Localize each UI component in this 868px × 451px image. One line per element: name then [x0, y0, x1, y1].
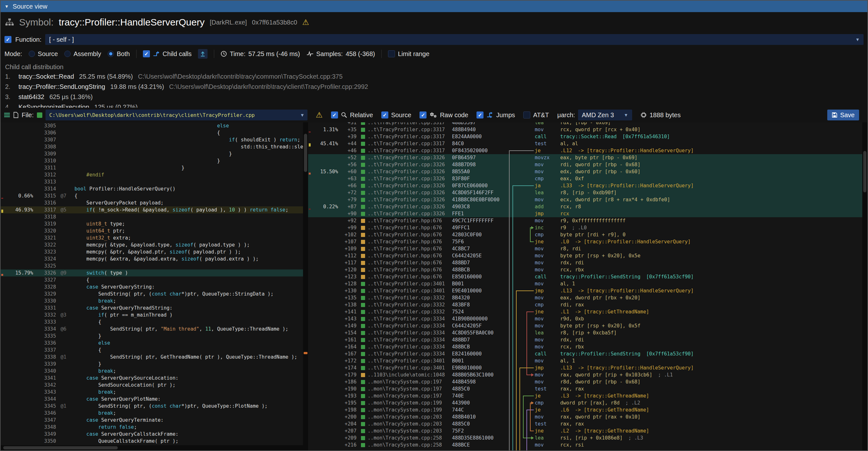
source-line[interactable]: 3340 break;	[1, 367, 303, 374]
source-line[interactable]: 3306 {	[1, 129, 303, 136]
child-call-row[interactable]: 3. stat64i32 625 μs (1.36%)	[5, 92, 863, 102]
asm-row[interactable]: 45.41%+44..t\TracyProfiler.cpp:331784C0t…	[308, 140, 862, 147]
child-call-row[interactable]: 4. KeSynchronizeExecution 125 μs (0.27%)	[5, 102, 863, 108]
asm-row[interactable]: +66..t\TracyProfiler.cpp:33260F87CE06000…	[308, 182, 862, 189]
asm-source-location[interactable]: ..t\TracyProfiler.cpp:3317	[356, 133, 452, 140]
asm-row[interactable]: +190..mon\TracySystem.cpp:1974885C0testr…	[308, 385, 862, 392]
line-number[interactable]: 3336	[33, 339, 56, 347]
source-line[interactable]: 3334@6 SendString( ptr, "Main thread", 1…	[1, 326, 303, 332]
asm-source-location[interactable]: ..t\TracyProfiler.cpp:3401	[356, 364, 452, 371]
line-number[interactable]: 3320	[33, 228, 56, 234]
source-line[interactable]: 3312 #endif	[1, 171, 303, 178]
source-line[interactable]: 3311 }	[1, 164, 303, 171]
uarch-select[interactable]: AMD Zen 3 ▼	[578, 110, 632, 120]
asm-row[interactable]: +179..1103\include\atomic:1048488B05B63C…	[308, 371, 862, 379]
mode-radio-source[interactable]: Source	[29, 50, 58, 58]
line-number[interactable]: 3311	[33, 164, 56, 171]
asm-row[interactable]: +198..mon\TracySystem.cpp:199744Cje.L6->…	[308, 407, 862, 413]
asm-row[interactable]: +200..mon\TracySystem.cpp:203488B4010mov…	[308, 413, 862, 420]
line-number[interactable]: 3335	[33, 332, 56, 339]
line-number[interactable]: 3322	[33, 241, 56, 248]
line-number[interactable]: 3332	[33, 311, 56, 319]
asm-source-location[interactable]: ..t\TracyProfiler.cpp:3401	[356, 357, 452, 364]
asm-source-location[interactable]: ..mon\TracySystem.cpp:197	[356, 385, 452, 392]
source-line[interactable]: 3308 std::this_thread::sleep_for( std::c…	[1, 143, 303, 150]
asm-source-location[interactable]: ..t\TracyProfiler.cpp:3326	[356, 210, 452, 217]
source-line[interactable]: 3345@1 SendString( ptr, (const char*)ptr…	[1, 402, 303, 410]
asm-source-location[interactable]: ..t\TracyProfiler.hpp:676	[356, 252, 452, 259]
asm-row[interactable]: +186..mon\TracySystem.cpp:197448B4598mov…	[308, 379, 862, 385]
asm-source-location[interactable]: ..t\TracyProfiler.cpp:3326	[356, 182, 452, 189]
vscrollbar-thumb[interactable]	[304, 134, 307, 172]
line-number[interactable]: 3338	[33, 354, 56, 361]
hscrollbar-thumb[interactable]	[3, 446, 118, 449]
source-line[interactable]: 3335 }	[1, 332, 303, 339]
source-line[interactable]: 3350 QueueCallstackFrame( ptr );	[1, 438, 303, 445]
line-number[interactable]: 3348	[33, 424, 56, 431]
line-number[interactable]: 3347	[33, 417, 56, 424]
line-number[interactable]: 3340	[33, 367, 56, 374]
source-line[interactable]: 3339 }	[1, 361, 303, 367]
asm-row[interactable]: +161..t\TracyProfiler.cpp:3334488BD7movr…	[308, 336, 862, 343]
line-number[interactable]: 3333	[33, 319, 56, 326]
asm-source-location[interactable]: ..t\TracyProfiler.hpp:676	[356, 245, 452, 252]
asm-source-location[interactable]: ..t\TracyProfiler.cpp:3334	[356, 329, 452, 336]
asm-row[interactable]: +195..mon\TracySystem.cpp:199443900cmpdw…	[308, 399, 862, 407]
source-line[interactable]: 3319 uint8_t type;	[1, 220, 303, 228]
file-select[interactable]: C:\Users\wolf\Desktop\darkrl\contrib\tra…	[45, 110, 308, 120]
source-line[interactable]: 3333 {	[1, 319, 303, 326]
asm-vscrollbar[interactable]	[862, 122, 867, 450]
source-line[interactable]: 3342 SendSourceLocation( ptr );	[1, 382, 303, 389]
line-number[interactable]: 3309	[33, 150, 56, 157]
asm-row[interactable]: +216..mon\TracySystem.cpp:258488BCEmovrc…	[308, 442, 862, 448]
asm-row[interactable]: +164..t\TracyProfiler.cpp:3334488BCBmovr…	[308, 343, 862, 350]
raw-code-checkbox[interactable]: ✓ Raw code	[420, 112, 468, 119]
asm-source-location[interactable]: ..t\TracyProfiler.cpp:3326	[356, 203, 452, 210]
asm-source-location[interactable]: ..t\TracyProfiler.cpp:3334	[356, 315, 452, 322]
source-line[interactable]: 3327 {	[1, 276, 303, 283]
limit-range-checkbox[interactable]: ✓ Limit range	[388, 50, 429, 58]
line-number[interactable]: 3315	[33, 192, 56, 200]
line-number[interactable]: 3305	[33, 122, 56, 129]
line-number[interactable]: 3327	[33, 276, 56, 283]
asm-source-location[interactable]: ..t\TracyProfiler.hpp:676	[356, 259, 452, 266]
line-number[interactable]: 3307	[33, 136, 56, 143]
line-number[interactable]: 3342	[33, 382, 56, 389]
asm-row[interactable]: +130..t\TracyProfiler.cpp:3401E9E4010000…	[308, 287, 862, 294]
asm-row[interactable]: +39..t\TracyProfiler.cpp:3317E824AA0000c…	[308, 133, 862, 140]
asm-source-location[interactable]: ..mon\TracySystem.cpp:258	[356, 442, 452, 448]
asm-row[interactable]: +135..t\TracyProfiler.cpp:33328B4320move…	[308, 294, 862, 301]
titlebar[interactable]: ▼ Source view	[1, 1, 867, 12]
asm-source-location[interactable]: ..t\TracyProfiler.cpp:3317	[356, 122, 452, 126]
source-line[interactable]: 3348 return false;	[1, 424, 303, 431]
asm-source-location[interactable]: ..mon\TracySystem.cpp:197	[356, 379, 452, 385]
function-checkbox[interactable]: ✓	[4, 36, 11, 43]
mode-radio-both[interactable]: Both	[107, 50, 130, 58]
source-hscrollbar[interactable]	[1, 445, 303, 450]
asm-source-location[interactable]: ..t\TracyProfiler.hpp:676	[356, 231, 452, 238]
source-line[interactable]: 3347 case ServerQueryTerminate:	[1, 417, 303, 424]
source-line[interactable]: 3336 else	[1, 339, 303, 347]
mode-radio-assembly[interactable]: Assembly	[64, 50, 101, 58]
child-call-row[interactable]: 1. tracy::Socket::Read 25.25 ms (54.89%)…	[5, 71, 863, 82]
line-number[interactable]: 3317	[33, 206, 56, 213]
asm-row[interactable]: 0.22%+87..t\TracyProfiler.cpp:33264903C8…	[308, 203, 862, 210]
asm-row[interactable]: +79..t\TracyProfiler.cpp:3326418B8C80E0B…	[308, 196, 862, 203]
line-number[interactable]: 3341	[33, 374, 56, 382]
asm-source-location[interactable]: ..t\TracyProfiler.cpp:3317	[356, 140, 452, 147]
asm-source-location[interactable]: ..t\TracyProfiler.hpp:676	[356, 224, 452, 231]
jumps-checkbox[interactable]: ✓ Jumps	[476, 112, 515, 119]
source-line[interactable]: 3344 case ServerQueryPlotName:	[1, 396, 303, 402]
source-line[interactable]: 3307 if( shouldExit ) return;	[1, 136, 303, 143]
asm-row[interactable]: +209..mon\TracySystem.cpp:258488D35E8861…	[308, 434, 862, 442]
line-number[interactable]: 3345	[33, 402, 56, 410]
asm-row[interactable]: +52..t\TracyProfiler.cpp:33260FB64597mov…	[308, 154, 862, 161]
line-number[interactable]: 3318	[33, 213, 56, 220]
asm-source-location[interactable]: ..mon\TracySystem.cpp:203	[356, 420, 452, 427]
asm-source-location[interactable]: ..mon\TracySystem.cpp:203	[356, 413, 452, 420]
source-line[interactable]: 46.93%3317@5 if( !m_sock->Read( &payload…	[1, 206, 303, 213]
line-number[interactable]: 3314	[33, 185, 56, 192]
asm-source-location[interactable]: ..t\TracyProfiler.cpp:3317	[356, 147, 452, 154]
asm-row[interactable]: +46..t\TracyProfiler.cpp:33170F843502000…	[308, 147, 862, 154]
asm-row[interactable]: +56..t\TracyProfiler.cpp:3326488B7D98mov…	[308, 161, 862, 168]
